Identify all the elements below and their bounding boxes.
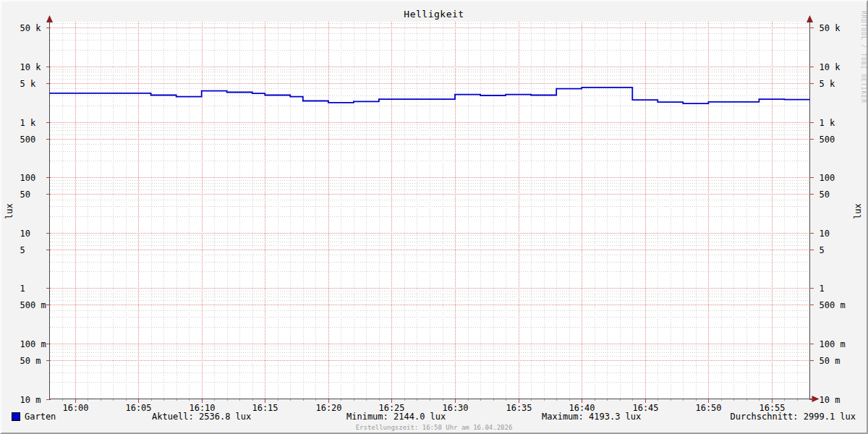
plot-area: 50 k 50 k 10 k 10 k 5 k 5 k 1 k 1 k50050… xyxy=(1,1,868,434)
creation-time-note: Erstellungszeit: 16:58 Uhr am 16.04.2026 xyxy=(1,424,867,431)
y-tick-label-left: 5 k xyxy=(20,79,36,89)
y-tick-label-right: 100 xyxy=(820,173,835,183)
y-tick-label-right: 5 k xyxy=(820,79,835,89)
stat-maximum: Maximum: 4193.3 lux xyxy=(542,412,641,422)
y-tick-label-right: 500 m xyxy=(820,300,846,310)
y-tick-label-left: 1 k xyxy=(20,118,36,128)
y-tick-label-right: 1 k xyxy=(820,118,835,128)
y-tick-label-left: 100 xyxy=(20,173,36,183)
y-tick-label-left: 10 k xyxy=(20,62,42,72)
y-tick-label-left: 5 xyxy=(20,245,25,255)
rrdtool-graph-canvas: Helligkeit 50 k 50 k 10 k 10 k 5 k 5 k 1… xyxy=(0,0,868,434)
y-tick-label-left: 50 m xyxy=(20,356,41,366)
series-name: Garten xyxy=(25,412,56,422)
y-tick-label-right: 50 m xyxy=(820,356,841,366)
y-tick-label-left: 1 xyxy=(20,284,25,294)
x-axis-arrow xyxy=(812,396,820,402)
y-tick-label-left: 10 xyxy=(20,229,30,239)
y-tick-label-right: 5 xyxy=(820,245,825,255)
y-tick-label-left: 50 xyxy=(20,190,30,200)
y-tick-label-right: 10 k xyxy=(820,62,841,72)
y-tick-label-right: 1 xyxy=(820,284,825,294)
y-tick-label-right: 100 m xyxy=(820,339,846,349)
y-tick-label-left: 50 k xyxy=(20,23,42,33)
y-axis-arrow-left xyxy=(46,15,53,22)
y-axis-label-left: lux xyxy=(4,203,14,219)
y-tick-label-left: 500 xyxy=(20,135,36,145)
stat-minimum: Minimum: 2144.0 lux xyxy=(346,412,446,422)
y-axis-label-right: lux xyxy=(853,203,863,219)
y-tick-label-left: 100 m xyxy=(20,339,46,349)
y-axis-arrow-right xyxy=(807,15,813,22)
y-tick-label-right: 10 m xyxy=(820,395,841,405)
stat-aktuell: Aktuell: 2536.8 lux xyxy=(152,412,251,422)
y-tick-label-right: 10 xyxy=(820,229,830,239)
rrdtool-watermark: RRDTOOL / TOBI OETIKER xyxy=(860,11,867,103)
y-tick-label-left: 10 m xyxy=(20,395,41,405)
y-tick-label-right: 500 xyxy=(820,135,835,145)
y-tick-label-right: 50 k xyxy=(820,23,841,33)
stat-durchschnitt: Durchschnitt: 2999.1 lux xyxy=(731,412,856,422)
y-tick-label-left: 500 m xyxy=(20,300,46,310)
legend-series-garten: Garten xyxy=(12,412,56,422)
series-color-swatch xyxy=(12,412,20,421)
y-tick-label-right: 50 xyxy=(820,190,830,200)
legend-row: Garten Aktuell: 2536.8 lux Minimum: 2144… xyxy=(1,412,867,422)
